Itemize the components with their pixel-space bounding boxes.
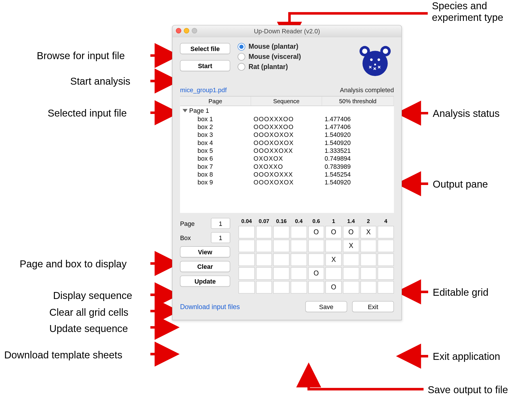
grid-cell[interactable]: O (308, 226, 324, 238)
radio-label: Rat (plantar) (249, 63, 288, 70)
start-button[interactable]: Start (180, 60, 230, 71)
grid-cell[interactable] (238, 253, 255, 266)
select-file-button[interactable]: Select file (180, 43, 230, 54)
grid-cell[interactable] (308, 253, 324, 266)
grid-cell[interactable] (378, 253, 394, 266)
tree-row[interactable]: box 6OXOXOX0.749894 (180, 155, 394, 162)
tree-box-label: box 3 (180, 131, 251, 138)
grid-cell[interactable] (256, 226, 272, 238)
grid-cell[interactable] (238, 281, 255, 293)
grid-cell[interactable] (360, 253, 377, 266)
grid-cell[interactable] (343, 281, 359, 293)
grid-cell[interactable] (291, 226, 307, 238)
grid-cell[interactable] (378, 281, 394, 293)
grid-cell[interactable] (325, 240, 342, 252)
tree-row[interactable]: box 5OOOXXOXX1.333521 (180, 146, 394, 154)
window-maximize-icon (192, 28, 197, 33)
grid-cell[interactable]: O (343, 226, 359, 238)
tree-sequence: OOOXXXOO (251, 115, 322, 122)
grid-cell[interactable]: O (325, 281, 342, 293)
clear-button[interactable]: Clear (180, 261, 230, 272)
view-button[interactable]: View (180, 246, 230, 258)
radio-mouse-plantar[interactable] (238, 43, 245, 50)
box-input[interactable] (211, 232, 230, 243)
callout-display-seq: Display sequence (53, 290, 132, 301)
grid-cell[interactable] (256, 240, 272, 252)
window-close-icon[interactable] (176, 28, 181, 33)
grid-column-header: 1.4 (343, 218, 359, 224)
grid-cell[interactable] (378, 267, 394, 280)
grid-cell[interactable] (360, 240, 377, 252)
exit-button[interactable]: Exit (352, 301, 394, 312)
grid-column-header: 1 (325, 218, 342, 224)
tree-row[interactable]: box 7OXOXXO0.783989 (180, 162, 394, 170)
grid-cell[interactable] (273, 281, 289, 293)
radio-rat-plantar[interactable] (238, 63, 245, 70)
grid-cell[interactable]: X (360, 226, 377, 238)
grid-column-header: 0.07 (256, 218, 272, 224)
grid-cell[interactable] (273, 267, 289, 280)
grid-cell[interactable] (308, 281, 324, 293)
grid-cell[interactable] (360, 281, 377, 293)
titlebar[interactable]: Up-Down Reader (v2.0) (173, 26, 401, 37)
grid-cell[interactable]: X (325, 253, 342, 266)
tree-row[interactable]: box 8OOOXOXXX1.545254 (180, 171, 394, 178)
grid-cell[interactable]: O (325, 226, 342, 238)
callout-download: Download template sheets (4, 349, 122, 361)
tree-box-label: box 8 (180, 171, 251, 178)
tree-threshold: 0.749894 (322, 155, 394, 162)
grid-cell[interactable] (291, 240, 307, 252)
tree-box-label: box 5 (180, 147, 251, 154)
grid-cell[interactable] (256, 253, 272, 266)
mouse-icon (356, 43, 394, 76)
callout-pagebox: Page and box to display (20, 258, 127, 270)
tree-sequence: OOOXXOXX (251, 147, 322, 154)
tree-group[interactable]: Page 1 (180, 106, 394, 115)
grid-cell[interactable]: O (308, 267, 324, 280)
grid-cell[interactable] (238, 226, 255, 238)
page-input[interactable] (211, 218, 230, 229)
tree-row[interactable]: box 2OOOXXXOO1.477406 (180, 123, 394, 130)
grid-cell[interactable]: X (343, 240, 359, 252)
grid-cell[interactable] (273, 240, 289, 252)
tree-row[interactable]: box 3OOOXOXOX1.540920 (180, 131, 394, 139)
tree-threshold: 1.540920 (322, 179, 394, 186)
window-title: Up-Down Reader (v2.0) (254, 28, 320, 35)
tree-sequence: OXOXXO (251, 163, 322, 170)
tree-row[interactable]: box 4OOOXOXOX1.540920 (180, 139, 394, 146)
grid-cell[interactable] (256, 281, 272, 293)
grid-cell[interactable] (343, 253, 359, 266)
disclosure-triangle-icon[interactable] (182, 109, 187, 112)
grid-cell[interactable] (291, 281, 307, 293)
update-button[interactable]: Update (180, 275, 230, 287)
download-input-files-link[interactable]: Download input files (180, 303, 240, 311)
grid-cell[interactable] (291, 253, 307, 266)
grid-cell[interactable] (378, 240, 394, 252)
output-tree[interactable]: Page Sequence 50% threshold Page 1 box 1… (180, 96, 394, 213)
species-radio-group: Mouse (plantar) Mouse (visceral) Rat (pl… (238, 43, 349, 73)
radio-mouse-visceral[interactable] (238, 53, 245, 61)
grid-cell[interactable] (308, 240, 324, 252)
grid-cell[interactable] (360, 267, 377, 280)
grid-cell[interactable] (291, 267, 307, 280)
window-minimize-icon[interactable] (184, 28, 189, 33)
tree-box-label: box 7 (180, 163, 251, 170)
grid-cell[interactable] (325, 267, 342, 280)
tree-box-label: box 1 (180, 115, 251, 122)
tree-threshold: 0.783989 (322, 163, 394, 170)
tree-sequence: OXOXOX (251, 155, 322, 162)
grid-cell[interactable] (238, 240, 255, 252)
grid-cell[interactable] (238, 267, 255, 280)
grid-cell[interactable] (343, 267, 359, 280)
tree-row[interactable]: box 1OOOXXXOO1.477406 (180, 115, 394, 123)
tree-row[interactable]: box 9OOOXOXOX1.540920 (180, 178, 394, 186)
tree-sequence: OOOXOXOX (251, 179, 322, 186)
callout-output-pane: Output pane (433, 178, 488, 190)
grid-column-header: 0.4 (291, 218, 307, 224)
save-button[interactable]: Save (305, 301, 347, 312)
grid-cell[interactable] (378, 226, 394, 238)
radio-label: Mouse (visceral) (249, 53, 301, 61)
grid-cell[interactable] (273, 253, 289, 266)
grid-cell[interactable] (256, 267, 272, 280)
grid-cell[interactable] (273, 226, 289, 238)
